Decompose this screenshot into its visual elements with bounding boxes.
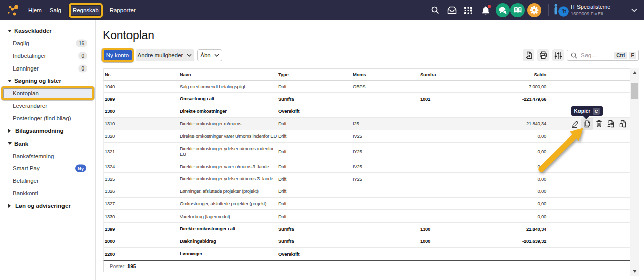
sidebar-item-betalinger[interactable]: Betalinger [0, 175, 95, 187]
row-actions [547, 93, 630, 105]
company-avatar[interactable]: ’it [553, 2, 569, 19]
cell-saldo: 0,00 [470, 133, 547, 139]
delete-icon[interactable] [593, 118, 605, 130]
column-header-moms[interactable]: Moms [352, 72, 419, 77]
table-row-1326[interactable]: 1326Lønninger, afsluttede projekter (pro… [103, 185, 630, 198]
sidebar-item-leverand-rer[interactable]: Leverandører [0, 100, 95, 112]
topbar-divider [548, 4, 549, 16]
help-book-icon[interactable] [510, 3, 525, 17]
cell-nr: 1399 [104, 226, 179, 232]
sidebar-section-l-n-og-adviseringer[interactable]: Løn og adviseringer [0, 200, 95, 213]
cell-navn: Dækningsbidrag [179, 238, 277, 244]
new-account-button[interactable]: Ny konto [104, 50, 132, 60]
cell-saldo: 0,00 [470, 149, 547, 154]
column-header-navn[interactable]: Navn [179, 72, 277, 78]
row-actions [547, 185, 630, 197]
row-actions [547, 235, 630, 247]
search-icon[interactable] [430, 5, 440, 15]
cell-navn: Direkte omkostninger [179, 108, 277, 114]
nav-item-salg[interactable]: Salg [50, 0, 61, 20]
column-header-nr[interactable]: Nr. [104, 72, 179, 77]
cell-type: Drift [277, 214, 352, 219]
apps-grid-icon[interactable] [463, 5, 473, 15]
chevron-down-icon[interactable] [631, 9, 637, 12]
sidebar-item-l-nninger[interactable]: Lønninger0 [0, 62, 95, 75]
table-row-1324[interactable]: 1324Direkte omkostninger varer u/moms 3.… [103, 160, 630, 173]
export-icon [525, 51, 533, 59]
sidebar-section-kassekladder[interactable]: Kassekladder [0, 25, 95, 37]
cell-type: Drift [277, 84, 352, 89]
sidebar-item-bankafstemning[interactable]: Bankafstemning [0, 150, 95, 162]
settings-gear-icon[interactable] [527, 3, 541, 17]
table-row-2000[interactable]: 2000DækningsbidragSumfra1000-201.639,32 [103, 235, 630, 248]
cell-nr: 1326 [104, 188, 179, 194]
table-row-1399[interactable]: 1399Direkte omkostninger i altSumfra1300… [103, 223, 630, 235]
document-person-icon[interactable] [605, 118, 617, 130]
nav-item-regnskab[interactable]: Regnskab [71, 5, 101, 16]
sidebar-item-bankkonti[interactable]: Bankkonti [0, 187, 95, 200]
nav-item-rapporter[interactable]: Rapporter [110, 0, 136, 20]
company-info[interactable]: IT Specialisterne 1609009 ForEft [571, 4, 610, 17]
sidebar-item-daglig[interactable]: Daglig16 [0, 37, 95, 49]
sidebar-label: Bank [14, 141, 28, 147]
triangle-down-icon [8, 80, 12, 82]
sidebar-label: Bilagsanmodning [15, 128, 63, 134]
cell-saldo: 0,00 [470, 188, 547, 194]
row-count-label: Poster: [110, 264, 126, 269]
column-header-type[interactable]: Type [277, 72, 352, 77]
table-row-1300[interactable]: 1300Direkte omkostningerOverskrift [103, 105, 630, 118]
search-box[interactable]: Søg... Ctrl F [567, 50, 639, 61]
column-header-saldo[interactable]: Saldo [470, 72, 547, 77]
cell-sumfra: 1000 [419, 238, 470, 244]
sidebar-section-bilagsanmodning[interactable]: Bilagsanmodning [0, 124, 95, 137]
table-row-1320[interactable]: 1320Direkte omkostninger varer u/moms in… [103, 130, 630, 143]
table-row-1325[interactable]: 1325Direkte omkostninger ydelser u/moms … [103, 173, 630, 185]
table-body: 1040Salg med omvendt betalingspligtDrift… [103, 81, 630, 260]
column-header-actions [547, 69, 630, 80]
table-row-2200[interactable]: 2200LønningerOverskrift [103, 248, 630, 260]
cell-type: Sumfra [277, 238, 352, 244]
chat-support-icon[interactable] [496, 3, 510, 17]
sidebar-label: Leverandører [13, 103, 47, 109]
sidebar-item-kontoplan[interactable]: Kontoplan [0, 87, 95, 100]
sidebar-item-smart-pay[interactable]: Smart PayNy [0, 162, 95, 175]
inbox-icon[interactable] [447, 5, 457, 15]
accounts-table: Nr. Navn Type Moms Sumfra Saldo 1040Salg… [103, 68, 630, 272]
cell-moms: IV25 [352, 133, 419, 139]
print-button[interactable] [537, 49, 549, 61]
table-row-1099[interactable]: 1099Omsætning i altSumfra1001-223.479,66 [103, 93, 630, 105]
sidebar-label: Betalinger [13, 178, 39, 184]
cell-moms: IY25 [352, 149, 419, 154]
scrollbar-up-arrow[interactable] [633, 71, 637, 74]
document-calculator-icon[interactable] [617, 118, 629, 130]
scrollbar-thumb[interactable] [631, 83, 638, 99]
table-row-1327[interactable]: 1327Omkostninger, afsluttede projekter (… [103, 198, 630, 211]
more-options-button[interactable]: Andre muligheder [136, 49, 194, 61]
export-button[interactable] [523, 49, 534, 61]
edit-icon[interactable] [569, 118, 582, 130]
company-number: 1609009 ForEft [571, 11, 610, 17]
main-nav: HjemSalgRegnskabRapporter [24, 0, 140, 20]
cell-saldo: 0,00 [470, 164, 547, 169]
sidebar-badge: 16 [76, 39, 87, 47]
notifications-bell-icon[interactable] [481, 5, 491, 15]
filter-settings-button[interactable] [552, 49, 564, 61]
economic-logo[interactable] [7, 3, 21, 17]
table-row-1040[interactable]: 1040Salg med omvendt betalingspligtDrift… [103, 81, 630, 93]
sidebar-section-bank[interactable]: Bank [0, 137, 95, 150]
table-scrollbar[interactable] [630, 68, 639, 276]
scrollbar-down-arrow[interactable] [633, 270, 637, 273]
sidebar-item-indbetalinger[interactable]: Indbetalinger0 [0, 49, 95, 62]
sidebar-section-s-gning-og-lister[interactable]: Søgning og lister [0, 75, 95, 87]
table-row-1330[interactable]: 1330Vareforbrug (lagermodul)Drift0,00 [103, 210, 630, 223]
cell-type: Drift [277, 121, 352, 126]
column-header-sumfra[interactable]: Sumfra [419, 72, 470, 77]
nav-item-hjem[interactable]: Hjem [28, 0, 42, 20]
triangle-down-icon [8, 142, 12, 145]
open-button[interactable]: Åbn [197, 49, 222, 61]
cell-nr: 1330 [104, 214, 179, 219]
table-row-1321[interactable]: 1321Direkte omkostninger ydelser u/moms … [103, 143, 630, 160]
sidebar-item-posteringer-find-bilag-[interactable]: Posteringer (find bilag) [0, 112, 95, 125]
cell-nr: 1040 [104, 84, 179, 89]
table-row-1310[interactable]: 1310Direkte omkostninger m/momsDriftI252… [103, 118, 630, 130]
